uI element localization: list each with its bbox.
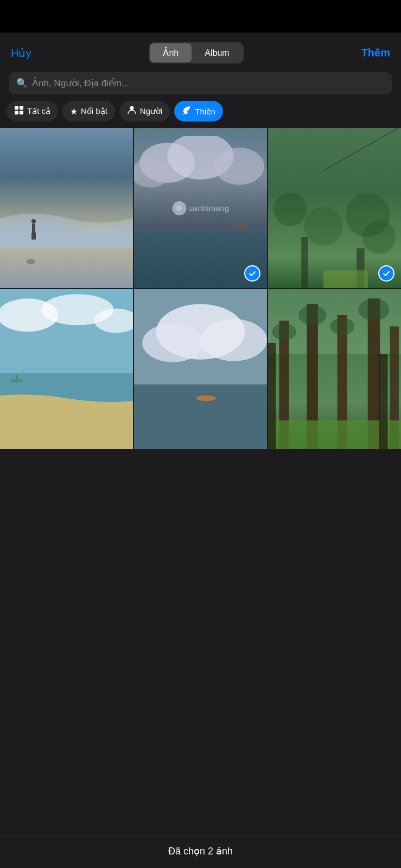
filter-all-label: Tất cả	[27, 106, 50, 116]
cancel-button[interactable]: Hủy	[11, 47, 31, 60]
check-badge-2	[244, 265, 260, 282]
svg-point-27	[10, 379, 23, 382]
segment-control: Ảnh Album	[149, 42, 243, 63]
svg-point-5	[31, 219, 36, 224]
person-icon	[127, 105, 137, 117]
svg-rect-7	[31, 232, 34, 240]
svg-point-16	[304, 207, 342, 245]
bottom-bar: Đã chọn 2 ảnh	[0, 836, 401, 868]
tab-photo[interactable]: Ảnh	[150, 43, 192, 62]
svg-rect-21	[323, 270, 368, 288]
filter-people[interactable]: Người	[119, 101, 170, 122]
filter-nature[interactable]: Thiên	[174, 101, 223, 122]
photo-1[interactable]	[0, 128, 133, 288]
svg-point-18	[362, 220, 396, 253]
svg-rect-0	[15, 106, 18, 110]
search-placeholder: Ảnh, Người, Địa điểm...	[32, 78, 129, 89]
photo-6[interactable]	[268, 289, 401, 449]
check-badge-3	[378, 265, 394, 282]
add-button[interactable]: Thêm	[361, 47, 390, 59]
svg-point-31	[142, 323, 203, 362]
photo-5[interactable]	[134, 289, 267, 449]
svg-rect-19	[301, 237, 308, 288]
svg-point-43	[330, 318, 354, 335]
svg-point-42	[298, 305, 326, 326]
photo-row-1: ⚙ uantrimang	[0, 128, 401, 288]
svg-rect-3	[20, 111, 23, 114]
svg-rect-47	[379, 354, 387, 449]
filter-all[interactable]: Tất cả	[7, 101, 58, 122]
selected-count-label: Đã chọn 2 ảnh	[168, 846, 233, 857]
svg-point-15	[273, 193, 307, 226]
svg-point-32	[201, 319, 268, 361]
filter-nature-label: Thiên	[195, 107, 215, 116]
filter-featured[interactable]: ★ Nổi bật	[62, 101, 115, 122]
svg-rect-1	[20, 106, 23, 110]
grid-icon	[14, 105, 24, 117]
search-bar[interactable]: 🔍 Ảnh, Người, Địa điểm...	[9, 72, 392, 94]
photo-grid: ⚙ uantrimang	[0, 128, 401, 836]
star-icon: ★	[70, 106, 78, 117]
photo-4[interactable]	[0, 289, 133, 449]
svg-point-34	[196, 395, 216, 401]
photo-2[interactable]: ⚙ uantrimang	[134, 128, 267, 288]
header: Hủy Ảnh Album Thêm	[0, 33, 401, 70]
photo-3[interactable]	[268, 128, 401, 288]
tab-album[interactable]: Album	[192, 43, 242, 62]
filter-tabs: Tất cả ★ Nổi bật Người Thiên	[0, 101, 401, 128]
photo-row-2	[0, 289, 401, 449]
svg-point-41	[272, 323, 296, 340]
filter-people-label: Người	[140, 106, 163, 116]
svg-rect-46	[268, 343, 276, 449]
svg-rect-33	[134, 385, 267, 449]
search-icon: 🔍	[16, 78, 28, 89]
leaf-icon	[182, 105, 192, 117]
svg-rect-6	[32, 224, 35, 233]
svg-rect-8	[34, 232, 36, 240]
svg-point-44	[358, 298, 389, 321]
svg-point-11	[214, 148, 264, 185]
filter-featured-label: Nổi bật	[81, 106, 107, 116]
svg-rect-2	[15, 111, 18, 114]
svg-point-4	[130, 106, 133, 110]
